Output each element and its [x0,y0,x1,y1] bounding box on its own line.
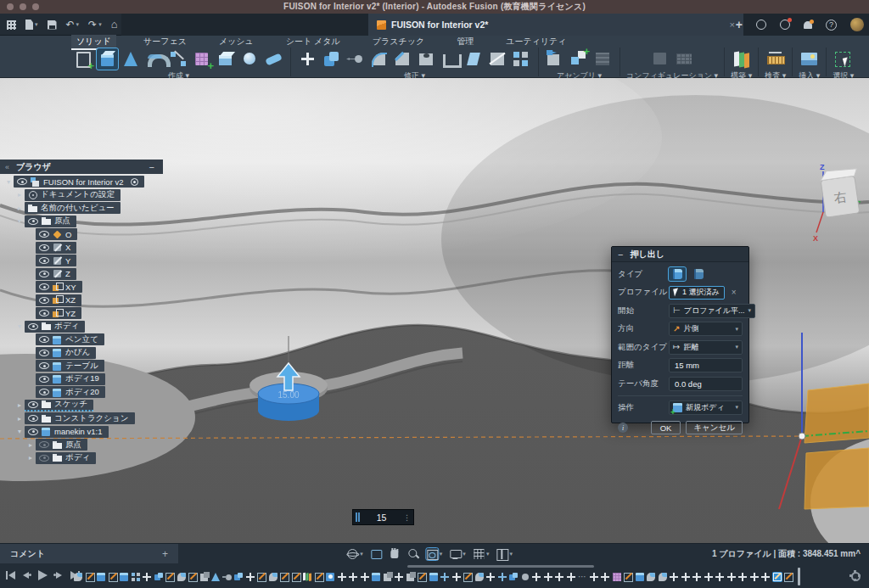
chevron-down-icon[interactable]: ▾ [509,551,513,557]
pan-tool[interactable] [389,548,401,560]
timeline-feature-revolve-icon[interactable] [73,572,83,582]
timeline-feature-move-icon[interactable] [543,572,553,582]
joint-tool-icon[interactable] [569,48,590,70]
expander-icon[interactable]: ▸ [14,401,25,409]
step-forward-icon[interactable] [53,570,64,580]
distance-input[interactable]: 15 mm [669,358,743,372]
extensions-icon[interactable] [756,20,766,30]
minimize-panel-icon[interactable]: − [149,164,158,171]
timeline-feature-combine-icon[interactable] [406,572,416,582]
viewport-3d[interactable]: 15.00 15 ⋮ Z X 右 [0,78,869,543]
chevron-down-icon[interactable]: ▾ [463,551,466,557]
start-dropdown[interactable]: ⊢ プロファイル平... ▾ [669,304,755,318]
visibility-eye-icon[interactable] [39,271,49,277]
timeline-feature-planes-icon[interactable] [302,572,312,582]
orbit-icon[interactable] [346,548,358,560]
timeline-feature-revolve-icon[interactable] [658,572,668,582]
move-tool-icon[interactable] [297,48,318,70]
extrude-type-thin-button[interactable] [690,267,707,281]
browser-row[interactable]: O [0,228,195,240]
ribbon-tab-7[interactable]: ユーティリティ [501,35,571,48]
display-tool[interactable]: ▾ [449,548,466,560]
timeline-feature-loft-icon[interactable] [210,572,221,582]
help-icon[interactable]: ? [826,20,837,31]
expander-icon[interactable]: ▾ [14,217,25,225]
browser-row[interactable]: YZ [0,307,195,319]
visibility-eye-icon[interactable] [28,218,38,225]
add-comment-icon[interactable]: + [162,548,168,560]
browser-row[interactable]: ペン立て [0,333,195,345]
timeline-feature-sketch-active-icon[interactable] [772,572,782,582]
timeline-feature-move-icon[interactable] [485,572,496,582]
browser-node[interactable]: ドキュメントの設定 [25,189,121,201]
notifications-bell-icon[interactable] [804,21,812,29]
collapse-panel-icon[interactable]: « [5,163,9,171]
visibility-eye-icon[interactable] [39,310,49,316]
go-to-start-icon[interactable] [5,570,15,580]
redo-icon[interactable]: ↷▾ [88,19,102,31]
browser-node[interactable]: XZ [36,294,81,306]
browser-node[interactable]: コンストラクション [25,412,135,424]
timeline-feature-combine-icon[interactable] [199,572,210,582]
timeline-feature-extrude-icon[interactable] [119,572,129,582]
timeline-feature-move-icon[interactable] [554,572,564,582]
expander-icon[interactable]: ▾ [14,428,25,435]
timeline-feature-sketch-icon[interactable] [256,572,266,582]
visibility-eye-icon[interactable] [28,401,38,408]
timeline-feature-move-icon[interactable] [669,572,679,582]
visibility-eye-icon[interactable] [17,178,27,185]
chevron-down-icon[interactable]: ▾ [440,551,443,557]
lookat-icon[interactable] [370,548,382,560]
browser-node[interactable]: XY [36,281,82,293]
browser-row[interactable]: XY [0,281,195,293]
browser-row[interactable]: ▸コンストラクション [0,412,195,424]
visibility-eye-icon[interactable] [39,231,49,238]
grid-icon[interactable] [473,548,485,560]
browser-node[interactable]: O [36,228,77,240]
timeline-feature-move-icon[interactable] [760,572,771,582]
timeline-feature-move-icon[interactable] [531,572,541,582]
timeline-feature-move-icon[interactable] [726,572,737,582]
browser-node[interactable]: YZ [36,307,81,319]
expander-icon[interactable]: ▸ [14,191,25,199]
timeline-feature-revolve-icon[interactable] [474,572,485,582]
profile-selection-chip[interactable]: 1 選択済み [669,286,725,300]
timeline-feature-combine-icon[interactable] [383,572,393,582]
save-icon[interactable] [48,20,57,30]
timeline-feature-move-icon[interactable] [245,572,255,582]
timeline-feature-press-icon[interactable] [508,572,519,582]
split-tool-icon[interactable] [487,48,508,70]
timeline-feature-sketch-icon[interactable] [85,572,95,582]
timeline-feature-dots-icon[interactable]: ⋯ [577,572,587,582]
browser-node[interactable]: X [36,242,76,254]
timeline-feature-sketch-icon[interactable] [417,572,427,582]
browser-row[interactable]: ▸名前の付いたビュー [0,202,195,214]
cylinder-tool-icon[interactable] [263,48,284,70]
timeline-feature-move-icon[interactable] [737,572,748,582]
document-tab[interactable]: FUISON for Interior v2* × [368,14,743,36]
timeline-feature-sketch-icon[interactable] [279,572,289,582]
clear-selection-icon[interactable]: × [732,288,737,297]
zoom-icon[interactable] [407,548,419,560]
timeline-feature-move-icon[interactable] [715,572,725,582]
job-status-icon[interactable] [780,20,790,30]
fillet-tool-icon[interactable] [368,48,390,70]
visibility-eye-icon[interactable] [39,297,49,304]
timeline-feature-revolve-icon[interactable] [268,572,278,582]
browser-node[interactable]: FUISON for Interior v2 [14,176,144,188]
ribbon-tab-5[interactable]: プラスチック [367,35,429,48]
expander-icon[interactable]: ▾ [14,322,25,330]
timeline-feature-move-icon[interactable] [566,572,576,582]
timeline-feature-offset-icon[interactable] [222,572,233,582]
browser-row[interactable]: ▸スケッチ [0,400,195,412]
chevron-down-icon[interactable]: ▾ [486,551,490,557]
browser-node[interactable]: Y [36,255,76,266]
info-icon[interactable]: i [618,423,628,433]
user-avatar[interactable] [850,18,864,31]
box-tool-icon[interactable] [216,48,237,70]
browser-row[interactable]: Z [0,268,195,280]
visibility-eye-icon[interactable] [39,389,49,395]
timeline-feature-sketch-icon[interactable] [108,572,118,582]
visibility-eye-icon[interactable] [39,244,49,251]
browser-node[interactable]: Z [36,268,76,280]
